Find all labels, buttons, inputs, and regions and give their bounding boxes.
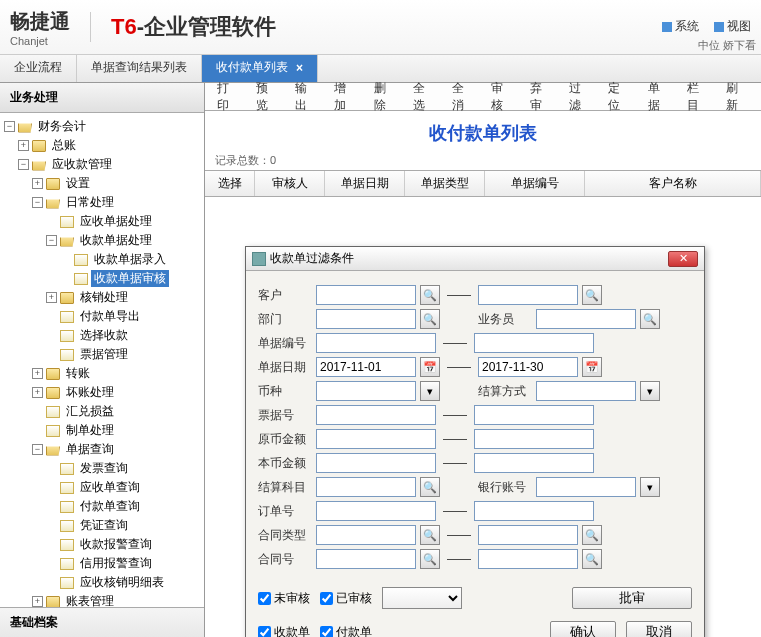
currency-input[interactable] [316, 381, 416, 401]
col-no[interactable]: 单据编号 [485, 171, 585, 196]
billno-to-input[interactable] [474, 333, 594, 353]
dropdown-icon[interactable]: ▾ [420, 381, 440, 401]
contractno-from-input[interactable] [316, 549, 416, 569]
node-select-receipt[interactable]: 选择收款 [4, 326, 204, 345]
contracttype-to-input[interactable] [478, 525, 578, 545]
contracttype-from-input[interactable] [316, 525, 416, 545]
batch-button[interactable]: 批审 [572, 587, 692, 609]
lookup-icon[interactable]: 🔍 [582, 549, 602, 569]
chk-unaudited[interactable]: 未审核 [258, 590, 310, 607]
node-report[interactable]: +账表管理 [4, 592, 204, 607]
lookup-icon[interactable]: 🔍 [420, 309, 440, 329]
node-writeoff-detail[interactable]: 应收核销明细表 [4, 573, 204, 592]
node-voucher-make[interactable]: 制单处理 [4, 421, 204, 440]
checkbox[interactable] [258, 626, 271, 638]
node-baddebt[interactable]: +坏账处理 [4, 383, 204, 402]
noteno-to-input[interactable] [474, 405, 594, 425]
collapse-icon[interactable]: − [4, 121, 15, 132]
expand-icon[interactable]: + [46, 292, 57, 303]
node-receipt-alert[interactable]: 收款报警查询 [4, 535, 204, 554]
collapse-icon[interactable]: − [32, 444, 43, 455]
col-type[interactable]: 单据类型 [405, 171, 485, 196]
node-writeoff[interactable]: +核销处理 [4, 288, 204, 307]
expand-icon[interactable]: + [32, 178, 43, 189]
lookup-icon[interactable]: 🔍 [582, 285, 602, 305]
sidebar-footer[interactable]: 基础档案 [0, 607, 204, 637]
origamt-from-input[interactable] [316, 429, 436, 449]
checkbox[interactable] [320, 592, 333, 605]
expand-icon[interactable]: + [18, 140, 29, 151]
checkbox[interactable] [258, 592, 271, 605]
dropdown-icon[interactable]: ▾ [640, 477, 660, 497]
date-to-input[interactable] [478, 357, 578, 377]
node-gl[interactable]: +总账 [4, 136, 204, 155]
settle-input[interactable] [536, 381, 636, 401]
contractno-to-input[interactable] [478, 549, 578, 569]
menu-system[interactable]: 系统 [662, 18, 699, 35]
billno-from-input[interactable] [316, 333, 436, 353]
collapse-icon[interactable]: − [32, 197, 43, 208]
node-receipt[interactable]: −收款单据处理 [4, 231, 204, 250]
col-date[interactable]: 单据日期 [325, 171, 405, 196]
lookup-icon[interactable]: 🔍 [640, 309, 660, 329]
node-voucher-q[interactable]: 凭证查询 [4, 516, 204, 535]
dept-input[interactable] [316, 309, 416, 329]
expand-icon[interactable]: + [32, 596, 43, 607]
lookup-icon[interactable]: 🔍 [420, 477, 440, 497]
close-icon[interactable]: × [296, 61, 303, 75]
ok-button[interactable]: 确认 [550, 621, 616, 637]
close-button[interactable]: ✕ [668, 251, 698, 267]
origamt-to-input[interactable] [474, 429, 594, 449]
calendar-icon[interactable]: 📅 [582, 357, 602, 377]
node-receipt-entry[interactable]: 收款单据录入 [4, 250, 204, 269]
noteno-from-input[interactable] [316, 405, 436, 425]
lookup-icon[interactable]: 🔍 [420, 525, 440, 545]
dropdown-icon[interactable]: ▾ [640, 381, 660, 401]
customer-from-input[interactable] [316, 285, 416, 305]
lookup-icon[interactable]: 🔍 [582, 525, 602, 545]
node-invoice-q[interactable]: 发票查询 [4, 459, 204, 478]
lookup-icon[interactable]: 🔍 [420, 285, 440, 305]
node-daily[interactable]: −日常处理 [4, 193, 204, 212]
tab-process[interactable]: 企业流程 [0, 53, 77, 82]
node-ar[interactable]: −应收款管理 [4, 155, 204, 174]
checkbox[interactable] [320, 626, 333, 638]
col-customer[interactable]: 客户名称 [585, 171, 761, 196]
node-ar-q[interactable]: 应收单查询 [4, 478, 204, 497]
node-finance[interactable]: −财务会计 [4, 117, 204, 136]
node-receipt-audit[interactable]: 收款单据审核 [4, 269, 204, 288]
node-settings[interactable]: +设置 [4, 174, 204, 193]
node-exchange[interactable]: 汇兑损益 [4, 402, 204, 421]
col-auditor[interactable]: 审核人 [255, 171, 325, 196]
expand-icon[interactable]: + [32, 387, 43, 398]
localamt-from-input[interactable] [316, 453, 436, 473]
collapse-icon[interactable]: − [18, 159, 29, 170]
dialog-titlebar[interactable]: 收款单过滤条件 ✕ [246, 247, 704, 271]
orderno-from-input[interactable] [316, 501, 436, 521]
calendar-icon[interactable]: 📅 [420, 357, 440, 377]
expand-icon[interactable]: + [32, 368, 43, 379]
node-query[interactable]: −单据查询 [4, 440, 204, 459]
chk-payment[interactable]: 付款单 [320, 624, 372, 638]
chk-receipt[interactable]: 收款单 [258, 624, 310, 638]
tab-query-result[interactable]: 单据查询结果列表 [77, 53, 202, 82]
localamt-to-input[interactable] [474, 453, 594, 473]
cancel-button[interactable]: 取消 [626, 621, 692, 637]
node-transfer[interactable]: +转账 [4, 364, 204, 383]
customer-to-input[interactable] [478, 285, 578, 305]
bank-input[interactable] [536, 477, 636, 497]
lookup-icon[interactable]: 🔍 [420, 549, 440, 569]
date-from-input[interactable] [316, 357, 416, 377]
menu-view[interactable]: 视图 [714, 18, 751, 35]
node-ar-voucher[interactable]: 应收单据处理 [4, 212, 204, 231]
node-pay-q[interactable]: 付款单查询 [4, 497, 204, 516]
node-credit-alert[interactable]: 信用报警查询 [4, 554, 204, 573]
chk-audited[interactable]: 已审核 [320, 590, 372, 607]
collapse-icon[interactable]: − [46, 235, 57, 246]
orderno-to-input[interactable] [474, 501, 594, 521]
col-select[interactable]: 选择 [205, 171, 255, 196]
node-bill-mgmt[interactable]: 票据管理 [4, 345, 204, 364]
salesman-input[interactable] [536, 309, 636, 329]
account-input[interactable] [316, 477, 416, 497]
combo-filter[interactable] [382, 587, 462, 609]
